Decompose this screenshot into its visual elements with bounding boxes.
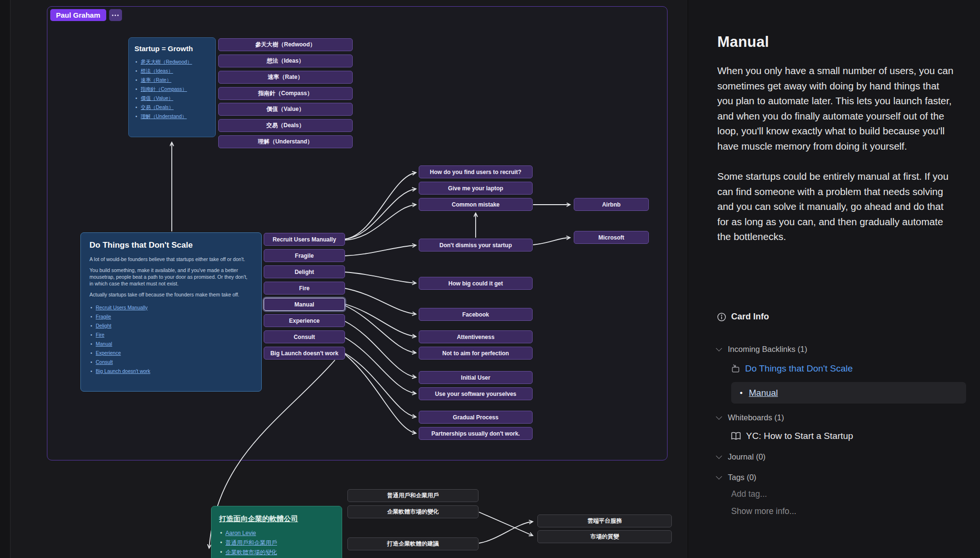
- map-node[interactable]: Fire: [264, 282, 345, 295]
- chevron-down-icon: [716, 345, 722, 351]
- map-node[interactable]: 企業軟體市場的變化: [347, 505, 479, 518]
- backlink-item-link[interactable]: Manual: [749, 388, 778, 398]
- do-things-card[interactable]: Do Things that Don't Scale A lot of woul…: [80, 232, 262, 392]
- journal-section[interactable]: Journal (0): [717, 452, 766, 461]
- card-link[interactable]: Big Launch doesn't work: [96, 368, 150, 374]
- incoming-backlinks-section[interactable]: Incoming Backlinks (1): [717, 345, 807, 354]
- map-node[interactable]: Recruit Users Manually: [264, 233, 345, 246]
- list-item: Consult: [89, 358, 253, 367]
- backlink-card-link[interactable]: Do Things that Don't Scale: [745, 363, 853, 374]
- card-paragraph: A lot of would-be founders believe that …: [89, 256, 253, 263]
- card-link[interactable]: 普通用戶和企業用戶: [225, 539, 277, 546]
- backlink-card-icon: [731, 364, 740, 373]
- list-item: 想法（Ideas）: [134, 66, 210, 76]
- enterprise-card[interactable]: 打造面向企業的軟體公司 Aaron Levie 普通用戶和企業用戶 企業軟體市場…: [211, 506, 342, 558]
- list-item: Experience: [89, 349, 253, 358]
- map-node[interactable]: 市場的質變: [537, 530, 672, 543]
- card-link-list: 參天大樹（Redwood） 想法（Ideas） 速率（Rate） 指南針（Com…: [134, 57, 210, 121]
- card-title: Startup = Growth: [134, 44, 210, 53]
- map-node[interactable]: 指南針（Compass）: [218, 87, 353, 100]
- chevron-down-icon: [716, 414, 722, 420]
- map-node[interactable]: 普通用戶和企業用戶: [347, 489, 479, 502]
- map-node[interactable]: 交易（Deals）: [218, 119, 353, 132]
- whiteboard-row[interactable]: YC: How to Start a Startup: [731, 431, 853, 441]
- map-node[interactable]: 理解（Understand）: [218, 135, 353, 148]
- map-node[interactable]: Big Launch doesn't work: [264, 347, 345, 360]
- show-more-info-button[interactable]: Show more info...: [731, 506, 796, 516]
- card-link[interactable]: 交易（Deals）: [141, 104, 174, 110]
- backlink-item-row[interactable]: • Manual: [731, 382, 966, 404]
- card-link[interactable]: Fragile: [96, 314, 111, 319]
- card-title: 打造面向企業的軟體公司: [219, 513, 334, 524]
- list-item: 速率（Rate）: [134, 76, 210, 85]
- list-item: Fire: [89, 330, 253, 339]
- list-item: 普通用戶和企業用戶: [219, 538, 334, 547]
- map-node[interactable]: Experience: [264, 314, 345, 327]
- tags-section[interactable]: Tags (0): [717, 473, 757, 482]
- card-link[interactable]: Experience: [96, 350, 121, 356]
- card-body-paragraph: Some startups could be entirely manual a…: [717, 169, 954, 244]
- map-node[interactable]: Give me your laptop: [419, 182, 533, 195]
- card-info-label: Card Info: [731, 312, 769, 322]
- map-node[interactable]: Airbnb: [574, 198, 649, 211]
- map-node[interactable]: Don't dismiss your startup: [419, 239, 533, 252]
- card-link[interactable]: 價值（Value）: [141, 95, 173, 101]
- map-node[interactable]: Facebook: [419, 308, 533, 321]
- map-node[interactable]: Attentiveness: [419, 330, 533, 343]
- map-node[interactable]: How do you find users to recruit?: [419, 165, 533, 178]
- frame-more-button[interactable]: [109, 9, 122, 21]
- card-link[interactable]: 參天大樹（Redwood）: [141, 59, 192, 65]
- map-node[interactable]: Delight: [264, 265, 345, 278]
- whiteboard-book-icon: [731, 432, 741, 440]
- map-node[interactable]: Not to aim for perfection: [419, 347, 533, 360]
- backlink-card-row[interactable]: Do Things that Don't Scale: [731, 363, 853, 374]
- map-node[interactable]: Initial User: [419, 371, 533, 384]
- map-node[interactable]: 雲端平台服務: [537, 514, 672, 527]
- map-node[interactable]: Fragile: [264, 249, 345, 262]
- map-node-selected[interactable]: Manual: [264, 298, 345, 311]
- list-item: Recruit Users Manually: [89, 303, 253, 312]
- card-link[interactable]: 企業軟體市場的變化: [225, 549, 277, 556]
- list-item: Delight: [89, 321, 253, 330]
- card-link[interactable]: 想法（Ideas）: [141, 68, 173, 74]
- map-node[interactable]: 速率（Rate）: [218, 71, 353, 84]
- list-item: 交易（Deals）: [134, 103, 210, 112]
- map-node[interactable]: 打造企業軟體的建議: [347, 537, 479, 550]
- map-node[interactable]: Partnerships usually don't work.: [419, 427, 533, 440]
- card-link[interactable]: Manual: [96, 341, 112, 347]
- section-label: Journal (0): [728, 452, 766, 461]
- map-node[interactable]: 參天大樹（Redwood）: [218, 38, 353, 51]
- card-paragraph: You build something, make it available, …: [89, 267, 253, 287]
- card-link[interactable]: Fire: [96, 332, 104, 338]
- map-node[interactable]: How big could it get: [419, 277, 533, 290]
- card-title: Do Things that Don't Scale: [89, 241, 253, 250]
- add-tag-placeholder: Add tag...: [731, 489, 767, 499]
- map-node[interactable]: Common mistake: [419, 198, 533, 211]
- map-node[interactable]: Microsoft: [574, 231, 649, 244]
- card-link[interactable]: 速率（Rate）: [141, 77, 171, 83]
- card-link[interactable]: Consult: [96, 359, 113, 365]
- add-tag-input[interactable]: Add tag...: [731, 489, 767, 499]
- frame-title-badge[interactable]: Paul Graham: [50, 9, 106, 21]
- card-link[interactable]: Recruit Users Manually: [96, 305, 148, 310]
- card-link[interactable]: Delight: [96, 323, 111, 328]
- startup-growth-card[interactable]: Startup = Growth 參天大樹（Redwood） 想法（Ideas）…: [128, 37, 216, 137]
- collapsed-sidebar[interactable]: [0, 0, 11, 558]
- map-node[interactable]: Gradual Process: [419, 411, 533, 424]
- map-node[interactable]: 價值（Value）: [218, 103, 353, 116]
- whiteboards-section[interactable]: Whiteboards (1): [717, 413, 784, 422]
- card-title-link[interactable]: 打造面向企業的軟體公司: [219, 514, 298, 523]
- card-body-paragraph: When you only have a small number of use…: [717, 63, 954, 153]
- section-label: Whiteboards (1): [728, 413, 784, 422]
- map-node[interactable]: Use your software yourselves: [419, 387, 533, 400]
- list-item: Manual: [89, 339, 253, 349]
- list-item: 指南針（Compass）: [134, 85, 210, 94]
- card-link[interactable]: 指南針（Compass）: [141, 86, 187, 92]
- card-link[interactable]: Aaron Levie: [225, 530, 256, 536]
- card-link[interactable]: 理解（Understand）: [141, 113, 187, 119]
- map-node[interactable]: 想法（Ideas）: [218, 55, 353, 67]
- frame-badge-row: Paul Graham: [50, 9, 122, 21]
- whiteboard-link[interactable]: YC: How to Start a Startup: [746, 431, 853, 441]
- map-node[interactable]: Consult: [264, 330, 345, 343]
- info-icon: [717, 312, 726, 322]
